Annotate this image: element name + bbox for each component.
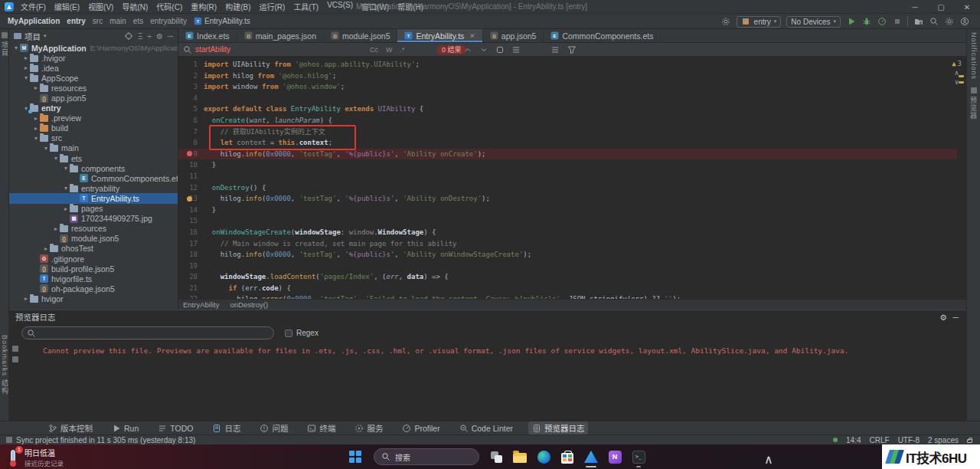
line-number-gutter[interactable]: 12345678910111213141516171819202122 [178, 59, 200, 299]
purple-n-app-icon[interactable]: N [606, 448, 624, 466]
tree-row[interactable]: ▾ets [9, 153, 178, 163]
deveco-studio-icon[interactable] [582, 448, 600, 466]
tree-row[interactable]: G.gitignore [9, 254, 178, 264]
start-button[interactable] [349, 451, 361, 463]
tree-row[interactable]: {}module.json5 [9, 234, 178, 244]
device-selector[interactable]: No Devices ▾ [786, 16, 841, 28]
settings-gear-icon[interactable] [944, 17, 954, 27]
tree-row[interactable]: ▸.idea [9, 63, 178, 73]
task-view-icon[interactable] [487, 448, 505, 466]
tray-chevron-up-icon[interactable]: ∧ [764, 452, 773, 467]
breadcrumb-item[interactable]: src [93, 17, 103, 25]
tree-expand-icon[interactable]: ▸ [32, 84, 40, 91]
tree-row[interactable]: ▨1702344909275.jpg [9, 214, 178, 224]
editor-tab[interactable]: {}module.json5 [324, 29, 397, 42]
editor-tab[interactable]: ECommonComponents.ets [544, 29, 661, 42]
run-button[interactable] [846, 17, 856, 27]
collapse-all-icon[interactable]: Ξ [138, 32, 143, 41]
breadcrumb-item[interactable]: entryability [150, 17, 187, 25]
find-toggle-cc[interactable]: Cc [370, 46, 378, 54]
file-explorer-icon[interactable] [511, 448, 529, 466]
tree-expand-icon[interactable]: ▸ [32, 125, 40, 132]
tree-expand-icon[interactable]: ▸ [62, 205, 70, 212]
edge-icon[interactable] [534, 448, 553, 466]
tree-expand-icon[interactable]: ▸ [52, 225, 60, 232]
regex-checkbox-box[interactable] [285, 330, 292, 337]
breadcrumb-item[interactable]: entry [67, 17, 85, 25]
hide-panel-icon[interactable]: ─ [168, 32, 173, 41]
tree-row[interactable]: ECommonComponents.ets [9, 173, 178, 183]
tool-window-button-todo[interactable]: TODO [154, 423, 197, 434]
panel-settings-icon[interactable]: ⚙ [156, 32, 163, 41]
panel-minimize-icon[interactable]: ─ [953, 313, 959, 322]
caret-position[interactable]: 14:4 [846, 436, 861, 444]
scroll-to-end-icon[interactable] [12, 356, 18, 362]
tree-collapse-icon[interactable]: ▾ [22, 74, 30, 81]
tree-row[interactable]: ▾AppScope [9, 73, 178, 83]
tree-row[interactable]: ▸hvigor [9, 294, 178, 303]
log-search-input[interactable] [21, 326, 274, 339]
breadcrumb-method[interactable]: onDestroy() [230, 300, 269, 309]
windows-terminal-icon[interactable]: >_ [629, 448, 648, 466]
menu-item[interactable]: 构建(B) [224, 1, 252, 12]
strip-label-notifications[interactable]: Notifications [970, 32, 978, 80]
tree-row[interactable]: {}oh-package.json5 [9, 284, 178, 294]
menu-item[interactable]: 文件(F) [19, 1, 47, 12]
minimize-icon[interactable]: ─ [902, 0, 928, 14]
search-everywhere-icon[interactable] [929, 17, 939, 27]
tree-row[interactable]: ▸build [9, 123, 178, 133]
editor-tab[interactable]: {}main_pages.json [237, 29, 324, 42]
menu-item[interactable]: 导航(N) [120, 1, 149, 12]
editor-tab[interactable]: TEntryAbility.ts✕ [397, 29, 482, 42]
expand-options-icon[interactable]: ÷ [147, 32, 152, 41]
menu-item[interactable]: VCS(S) [325, 1, 354, 12]
breadcrumb-item[interactable]: MyApplication [8, 17, 60, 25]
event-log-icon[interactable] [6, 437, 12, 443]
find-query-input[interactable]: startAbility [195, 45, 230, 54]
line-separator[interactable]: CRLF [870, 436, 890, 444]
find-toggle-w[interactable]: W [386, 46, 393, 54]
previewer-tool-icon[interactable] [971, 87, 977, 93]
tool-window-button-terminal[interactable]: 终端 [303, 421, 339, 435]
editor-tab[interactable]: {}app.json5 [483, 29, 544, 42]
tree-collapse-icon[interactable]: ▾ [52, 155, 60, 162]
tree-row[interactable]: ▾components [9, 163, 178, 173]
ms-store-icon[interactable] [558, 448, 577, 466]
strip-label-bookmarks[interactable]: Bookmarks [1, 335, 8, 376]
tree-expand-icon[interactable]: ▸ [22, 64, 30, 71]
project-tool-icon[interactable] [2, 32, 8, 38]
menu-item[interactable]: 运行(R) [257, 1, 286, 12]
project-panel-title[interactable]: 项目 [24, 31, 41, 42]
menu-item[interactable]: 编辑(E) [53, 1, 81, 12]
breadcrumb-item[interactable]: main [109, 17, 126, 25]
tool-window-button-warn-circle[interactable]: 问题 [256, 421, 292, 435]
breadcrumb-class[interactable]: EntryAbility [183, 300, 220, 309]
soft-wrap-icon[interactable] [12, 346, 18, 352]
strip-label-previewer[interactable]: 预览器 [969, 97, 978, 120]
tree-row[interactable]: ▾entry [9, 103, 178, 113]
menu-item[interactable]: 视图(V) [87, 1, 115, 12]
weather-widget[interactable]: 1 明日低温 接近历史记录 [6, 447, 64, 467]
tree-expand-icon[interactable]: ▸ [32, 115, 40, 122]
find-toggle-[interactable]: .* [400, 46, 405, 54]
tree-row[interactable]: {}app.json5 [9, 93, 178, 103]
device-file-browser-icon[interactable] [913, 17, 923, 27]
maximize-icon[interactable]: ▢ [928, 0, 954, 14]
file-encoding[interactable]: UTF-8 [898, 436, 920, 444]
readonly-lock-icon[interactable] [967, 439, 972, 443]
tree-expand-icon[interactable]: ▸ [22, 54, 30, 61]
breadcrumb-item[interactable]: ets [133, 17, 143, 25]
stop-button[interactable] [892, 17, 902, 27]
tree-row[interactable]: ▸.hvigor [9, 53, 178, 63]
tree-collapse-icon[interactable]: ▾ [32, 135, 40, 142]
previewer-log-title[interactable]: 预览器日志 [15, 311, 56, 323]
bookmark-dot-icon[interactable] [187, 196, 192, 202]
find-filter-lines-icon[interactable] [550, 45, 560, 54]
debug-button[interactable] [861, 17, 871, 27]
find-highlight-icon[interactable] [511, 45, 521, 54]
tool-window-button-branch[interactable]: 版本控制 [44, 421, 96, 435]
profiler-button[interactable] [877, 17, 887, 27]
tree-collapse-icon[interactable]: ▾ [42, 145, 50, 152]
locate-file-icon[interactable] [124, 31, 133, 41]
find-search-icon[interactable] [183, 45, 192, 54]
